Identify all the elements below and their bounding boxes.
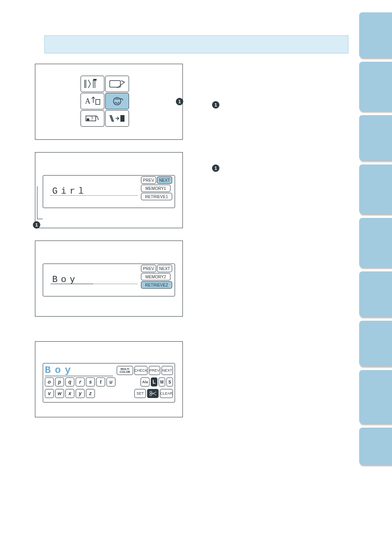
check-button[interactable]: CHECK [134, 366, 148, 375]
section-header-bar [44, 35, 348, 53]
character-mode-icon[interactable]: A [81, 93, 104, 109]
svg-rect-5 [87, 118, 89, 121]
side-tab[interactable] [359, 115, 392, 160]
side-tab[interactable] [359, 218, 392, 267]
case-shift-button[interactable]: A/a [141, 377, 150, 386]
lcd-panel-memory-1: Girl PREV NEXT MEMORY1 RETRIEVE1 1 [35, 152, 183, 228]
stitch-mode-icon[interactable] [81, 76, 104, 92]
key-x[interactable]: x [65, 389, 74, 398]
svg-point-8 [150, 391, 152, 393]
retrieve-button[interactable]: RETRIEVE1 [141, 193, 172, 200]
display-area: Girl PREV NEXT MEMORY1 RETRIEVE1 [43, 175, 175, 208]
mode-icon-grid: A ? [81, 76, 129, 127]
memory-button[interactable]: MEMORY1 [141, 185, 171, 192]
keyboard-screen: Boy MULTI COLOR CHECK PREV NEXT o p q r … [43, 363, 175, 403]
svg-rect-7 [120, 115, 125, 122]
key-o[interactable]: o [45, 377, 54, 386]
prev-button[interactable]: PREV [141, 176, 156, 184]
key-q[interactable]: q [65, 377, 74, 386]
side-tab[interactable] [359, 428, 392, 465]
key-s[interactable]: s [86, 377, 95, 386]
size-m-button[interactable]: M [159, 377, 165, 386]
svg-rect-1 [110, 81, 120, 87]
callout-bracket [37, 186, 43, 219]
key-v[interactable]: v [45, 389, 54, 398]
svg-rect-0 [93, 79, 97, 81]
thread-cut-icon[interactable] [147, 389, 159, 398]
callout-marker-1-icon: 1 [33, 221, 40, 229]
display-area: Boy PREV NEXT MEMORY2 RETRIEVE2 [43, 264, 175, 296]
next-button[interactable]: NEXT [161, 366, 173, 375]
prev-button[interactable]: PREV [141, 265, 156, 272]
callout-marker-1-icon: 1 [212, 164, 219, 172]
solid-underline [51, 284, 93, 284]
side-tab[interactable] [359, 164, 392, 214]
svg-point-4 [113, 97, 121, 105]
entry-text-display: Boy [45, 365, 113, 376]
side-tab[interactable] [359, 271, 392, 317]
set-button[interactable]: SET [134, 389, 146, 398]
clear-button[interactable]: CLEAR [160, 389, 173, 398]
svg-rect-3 [96, 100, 100, 104]
lcd-panel-keyboard: Boy MULTI COLOR CHECK PREV NEXT o p q r … [35, 341, 183, 417]
size-s-button[interactable]: S [166, 377, 173, 386]
pattern-mode-icon[interactable] [105, 110, 129, 127]
lcd-panel-mode-select: A ? 1 [35, 64, 183, 140]
dotted-underline [51, 195, 138, 196]
key-p[interactable]: p [55, 377, 64, 386]
machine-mode-icon[interactable]: ? [81, 110, 104, 127]
callout-marker-1-icon: 1 [176, 98, 183, 105]
head-mode-icon[interactable] [105, 93, 129, 109]
retrieve-button[interactable]: RETRIEVE2 [141, 281, 172, 289]
key-z[interactable]: z [86, 389, 95, 398]
write-mode-icon[interactable] [105, 76, 129, 92]
svg-point-9 [150, 394, 152, 396]
prev-button[interactable]: PREV [149, 366, 160, 375]
memory-button[interactable]: MEMORY2 [141, 273, 171, 280]
lcd-panel-memory-2: Boy PREV NEXT MEMORY2 RETRIEVE2 [35, 241, 183, 317]
svg-text:?: ? [91, 116, 93, 121]
svg-text:A: A [85, 97, 90, 105]
next-button[interactable]: NEXT [157, 265, 172, 272]
key-t[interactable]: t [96, 377, 105, 386]
side-tab[interactable] [359, 321, 392, 366]
key-y[interactable]: y [76, 389, 85, 398]
size-l-button[interactable]: L [151, 377, 157, 386]
side-tab[interactable] [359, 62, 392, 111]
multi-color-button[interactable]: MULTI COLOR [117, 366, 133, 375]
memory-button-stack: PREV NEXT MEMORY1 RETRIEVE1 [141, 176, 172, 200]
side-tab[interactable] [359, 370, 392, 423]
side-tab-strip [359, 12, 392, 465]
key-u[interactable]: u [106, 377, 115, 386]
key-w[interactable]: w [55, 389, 64, 398]
next-button[interactable]: NEXT [157, 176, 172, 184]
memory-button-stack: PREV NEXT MEMORY2 RETRIEVE2 [141, 265, 172, 289]
key-r[interactable]: r [76, 377, 85, 386]
callout-marker-1-icon: 1 [212, 101, 219, 109]
side-tab[interactable] [359, 12, 392, 58]
